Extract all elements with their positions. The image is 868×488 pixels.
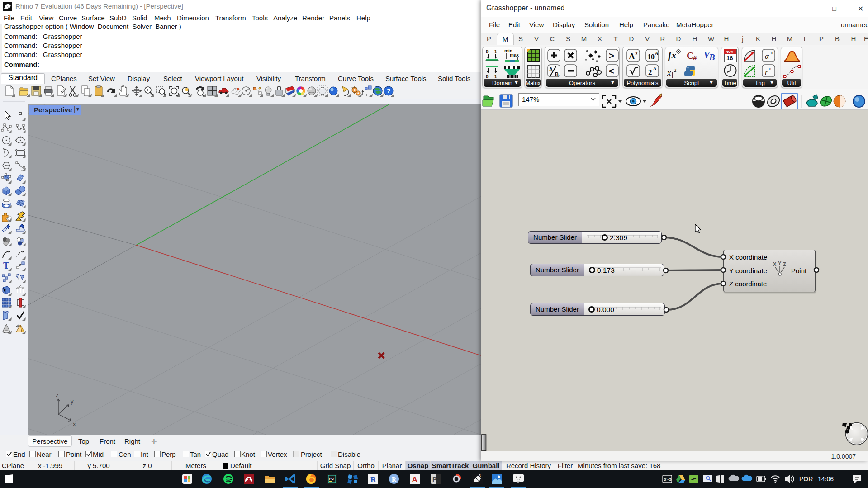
svg-text:R: R [392, 476, 397, 483]
svg-text:o: o [771, 51, 773, 55]
svg-text:14:06: 14:06 [818, 475, 834, 483]
svg-text:x: x [73, 421, 76, 427]
svg-text:0.173: 0.173 [597, 266, 615, 274]
svg-text:z: z [56, 392, 59, 398]
svg-text:1: 1 [494, 74, 497, 79]
svg-text:c: c [769, 66, 771, 71]
svg-text:Z: Z [783, 261, 786, 267]
svg-text:B: B [555, 71, 559, 77]
svg-text:10: 10 [647, 53, 655, 61]
svg-text:fx: fx [668, 49, 676, 61]
svg-text:A: A [412, 475, 417, 484]
svg-text:α: α [765, 52, 769, 61]
svg-text:#: # [693, 54, 697, 62]
svg-text:[: [ [672, 71, 674, 78]
svg-text:2: 2 [635, 51, 638, 56]
svg-text:max: max [510, 52, 519, 57]
svg-text:A: A [653, 66, 657, 71]
svg-text:NOV: NOV [726, 50, 734, 54]
svg-text:2: 2 [674, 67, 677, 73]
svg-text:y: y [71, 398, 74, 405]
svg-text:0: 0 [486, 49, 489, 54]
svg-text:?: ? [387, 87, 391, 95]
svg-text:0: 0 [486, 74, 489, 79]
svg-text:A: A [655, 51, 659, 56]
svg-text:6: 6 [479, 474, 481, 478]
svg-text:>: > [609, 51, 614, 61]
svg-text:POR: POR [799, 475, 813, 483]
svg-text:r: r [765, 68, 768, 76]
svg-text:PC: PC [329, 477, 334, 481]
svg-text:A: A [549, 66, 553, 72]
svg-text:P: P [432, 476, 436, 483]
svg-text:B: B [709, 52, 715, 62]
svg-text:16: 16 [726, 55, 733, 62]
svg-text:<: < [609, 66, 614, 76]
svg-text:2.309: 2.309 [610, 234, 627, 242]
svg-text:S>G: S>G [664, 477, 672, 482]
svg-text:x: x [667, 68, 671, 77]
svg-text:Y: Y [778, 261, 782, 266]
svg-text:R: R [370, 475, 376, 484]
svg-text:X: X [773, 261, 777, 267]
svg-text:1: 1 [494, 49, 497, 54]
svg-text:0.000: 0.000 [597, 306, 614, 313]
svg-text:C: C [687, 50, 693, 61]
svg-text:A: A [629, 52, 635, 61]
svg-text:2: 2 [648, 68, 652, 76]
svg-text:T: T [3, 261, 9, 270]
